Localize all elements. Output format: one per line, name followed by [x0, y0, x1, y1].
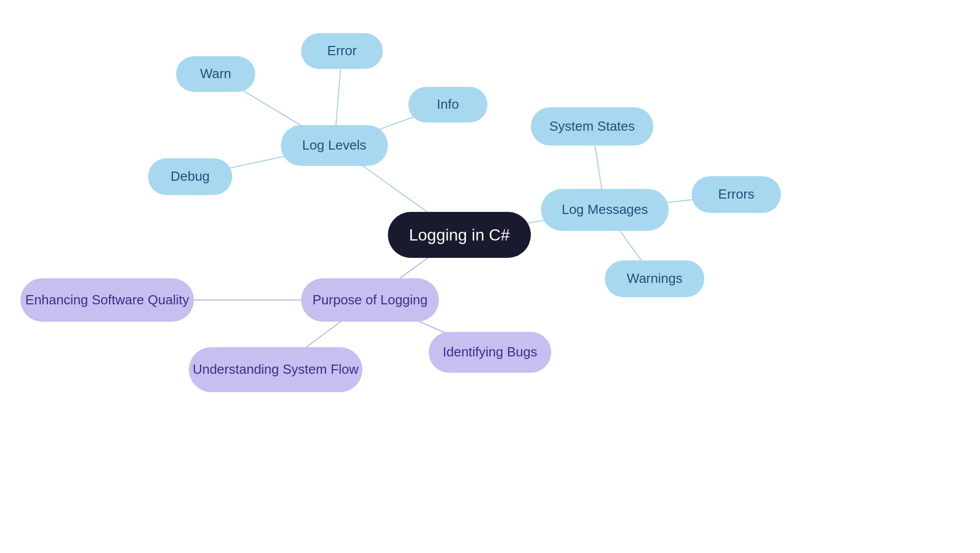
node-system-states: System States	[531, 107, 653, 146]
node-label-enhancing-software-quality: Enhancing Software Quality	[26, 292, 189, 308]
node-purpose-of-logging: Purpose of Logging	[301, 278, 439, 322]
node-label-warnings: Warnings	[627, 271, 682, 286]
node-error: Error	[301, 33, 383, 69]
node-log-levels: Log Levels	[281, 125, 388, 166]
node-label-system-states: System States	[549, 118, 635, 134]
node-info: Info	[408, 87, 487, 123]
node-center: Logging in C#	[388, 212, 531, 258]
node-understanding-system-flow: Understanding System Flow	[189, 347, 362, 392]
node-label-purpose-of-logging: Purpose of Logging	[312, 292, 428, 308]
node-label-info: Info	[437, 97, 459, 112]
node-label-errors: Errors	[718, 186, 754, 202]
node-label-error: Error	[327, 43, 357, 59]
node-label-understanding-system-flow: Understanding System Flow	[192, 362, 358, 377]
node-label-warn: Warn	[200, 66, 231, 82]
node-log-messages: Log Messages	[541, 189, 669, 231]
node-debug: Debug	[148, 158, 232, 195]
node-identifying-bugs: Identifying Bugs	[429, 332, 551, 373]
node-errors: Errors	[692, 176, 781, 213]
node-enhancing-software-quality: Enhancing Software Quality	[20, 278, 194, 322]
node-label-center: Logging in C#	[409, 225, 509, 245]
node-label-debug: Debug	[170, 169, 210, 184]
node-label-log-levels: Log Levels	[302, 137, 366, 153]
node-warn: Warn	[176, 56, 255, 92]
mind-map-connections	[0, 0, 980, 553]
node-label-identifying-bugs: Identifying Bugs	[443, 344, 537, 360]
node-warnings: Warnings	[605, 260, 704, 297]
node-label-log-messages: Log Messages	[561, 202, 648, 218]
